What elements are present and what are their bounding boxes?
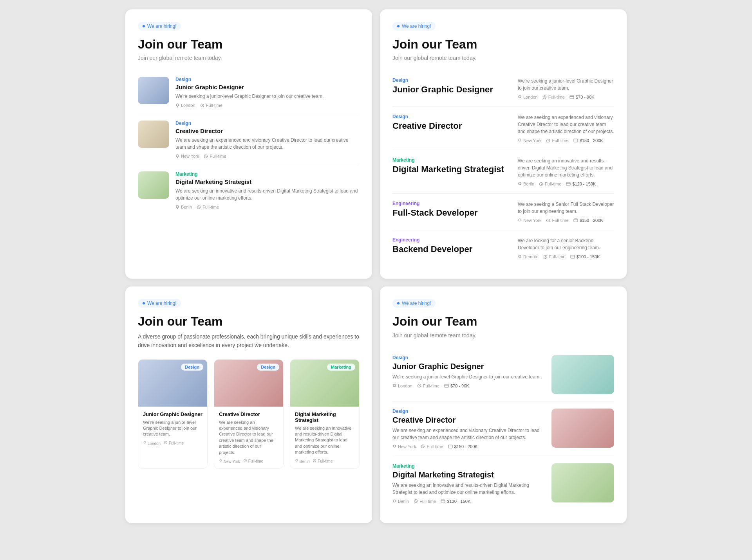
location-icon <box>518 138 522 143</box>
svg-point-9 <box>519 139 521 141</box>
job-salary: $150 - 200K <box>573 138 603 143</box>
job-title: Junior Graphic Designer <box>175 84 360 90</box>
location-icon <box>392 444 396 449</box>
job-category: Design <box>175 77 360 82</box>
clock-icon <box>546 139 550 143</box>
svg-point-18 <box>519 255 521 257</box>
job-description: We are seeking an experienced and vision… <box>175 137 360 151</box>
job-salary: $70 - 90K <box>444 384 469 388</box>
job-salary: $100 - 150K <box>570 254 600 259</box>
job-left-col: Design Junior Graphic Designer <box>392 77 510 96</box>
svg-point-15 <box>519 219 521 221</box>
job-left-col: Engineering Backend Developer <box>392 237 510 256</box>
salary-icon <box>569 95 574 99</box>
job-description: We are seeking an innovative and results… <box>175 187 360 202</box>
job-grid-item[interactable]: Marketing Digital Marketing Strategist W… <box>290 359 360 469</box>
badge-label: We are hiring! <box>147 301 176 306</box>
card-subtitle: Join our global remote team today. <box>138 55 360 61</box>
job-table-row[interactable]: Design Junior Graphic Designer We're see… <box>392 70 614 107</box>
svg-point-27 <box>393 384 396 387</box>
job-title: Creative Director <box>219 411 278 417</box>
card-3: We are hiring!Join our TeamA diverse gro… <box>125 286 372 523</box>
hiring-badge: We are hiring! <box>392 22 436 31</box>
job-tag: Design <box>181 364 203 371</box>
salary-icon <box>448 445 453 448</box>
job-grid-item[interactable]: Design Creative Director We are seeking … <box>214 359 284 469</box>
job-left: Design Creative Director We are seeking … <box>392 409 545 449</box>
hiring-badge: We are hiring! <box>138 22 181 31</box>
job-description: We are seeking an experienced and vision… <box>392 427 545 441</box>
job-salary: $120 - 150K <box>566 182 596 186</box>
job-image <box>551 355 614 394</box>
job-img-row[interactable]: Design Creative Director We are seeking … <box>392 402 614 456</box>
job-table-row[interactable]: Engineering Backend Developer We are loo… <box>392 230 614 266</box>
job-location: Berlin <box>175 205 192 209</box>
job-location: London <box>143 441 161 446</box>
clock-icon <box>313 459 316 463</box>
job-list-item[interactable]: Design Junior Graphic Designer We're see… <box>138 70 360 114</box>
svg-point-2 <box>176 155 179 157</box>
badge-label: We are hiring! <box>402 301 431 306</box>
job-right-col: We are looking for a senior Backend Deve… <box>518 237 614 259</box>
job-list-item[interactable]: Design Creative Director We are seeking … <box>138 114 360 165</box>
job-img-row[interactable]: Design Junior Graphic Designer We're see… <box>392 348 614 402</box>
job-left: Design Junior Graphic Designer We're see… <box>392 355 545 388</box>
job-location: New York <box>392 444 416 449</box>
location-icon <box>143 441 146 445</box>
job-left-col: Design Creative Director <box>392 114 510 133</box>
clock-icon <box>204 154 208 158</box>
salary-icon <box>566 182 571 186</box>
job-table-row[interactable]: Engineering Full-Stack Developer We are … <box>392 194 614 230</box>
job-tag: Design <box>257 364 279 371</box>
job-list-item[interactable]: Marketing Digital Marketing Strategist W… <box>138 165 360 216</box>
svg-point-4 <box>176 205 179 208</box>
svg-point-12 <box>519 182 521 185</box>
job-category: Design <box>392 114 510 119</box>
job-category: Engineering <box>392 201 510 206</box>
job-image <box>551 463 614 502</box>
job-grid-image: Marketing <box>290 360 359 407</box>
job-meta: New York Full-time <box>219 459 278 464</box>
badge-label: We are hiring! <box>402 23 431 29</box>
job-category: Marketing <box>392 463 545 469</box>
clock-icon <box>417 384 421 388</box>
job-type: Full-time <box>204 154 226 158</box>
job-grid-image: Design <box>214 360 283 407</box>
svg-rect-20 <box>571 255 575 258</box>
job-title: Junior Graphic Designer <box>143 411 202 417</box>
job-salary: $150 - 200K <box>573 218 603 223</box>
job-description: We are seeking an innovative and results… <box>295 425 354 456</box>
svg-point-33 <box>393 500 396 502</box>
job-category: Design <box>392 77 510 83</box>
job-img-row[interactable]: Marketing Digital Marketing Strategist W… <box>392 456 614 511</box>
hiring-badge: We are hiring! <box>392 299 436 308</box>
job-grid-body: Junior Graphic Designer We're seeking a … <box>138 407 207 450</box>
clock-icon <box>200 103 204 108</box>
job-description: We are seeking an innovative and results… <box>392 482 545 496</box>
job-table-row[interactable]: Marketing Digital Marketing Strategist W… <box>392 150 614 194</box>
job-type: Full-time <box>546 218 568 223</box>
job-image <box>551 409 614 448</box>
job-location: London <box>518 95 538 99</box>
job-type: Full-time <box>200 103 222 108</box>
job-meta: New York Full-time <box>175 154 360 158</box>
card-title: Join our Team <box>392 314 614 329</box>
job-title: Creative Director <box>392 416 545 425</box>
job-location: New York <box>175 154 199 158</box>
svg-point-21 <box>144 441 146 443</box>
svg-rect-17 <box>574 219 578 222</box>
job-title: Creative Director <box>175 128 360 134</box>
badge-label: We are hiring! <box>147 23 176 29</box>
job-image <box>138 121 169 148</box>
card-1: We are hiring!Join our TeamJoin our glob… <box>125 9 372 279</box>
job-info: Marketing Digital Marketing Strategist W… <box>175 171 360 209</box>
job-location: New York <box>518 138 541 143</box>
job-title: Creative Director <box>392 121 510 131</box>
job-type: Full-time <box>417 384 439 388</box>
location-icon <box>518 218 522 223</box>
job-location: Berlin <box>295 459 309 464</box>
location-icon <box>175 154 179 158</box>
job-grid-item[interactable]: Design Junior Graphic Designer We're see… <box>138 359 208 469</box>
job-table-row[interactable]: Design Creative Director We are seeking … <box>392 107 614 150</box>
job-title: Full-Stack Developer <box>392 208 510 218</box>
